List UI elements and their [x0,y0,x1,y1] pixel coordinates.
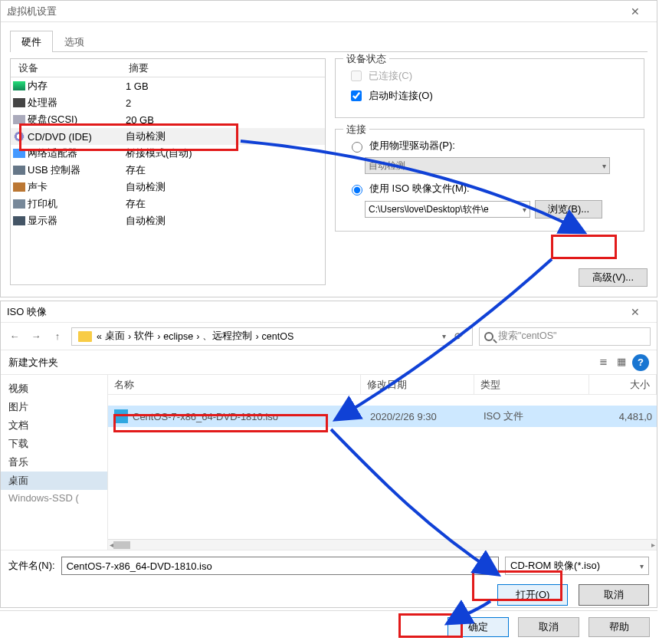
help-icon[interactable]: ? [632,354,649,371]
breadcrumb-sep: › [128,331,131,342]
iso-path-value: C:\Users\love\Desktop\软件\e [369,203,489,216]
nav-pictures[interactable]: 图片 [1,398,107,416]
display-icon [13,216,25,225]
nav-pane[interactable]: 视频 图片 文档 下载 音乐 桌面 Windows-SSD ( [1,375,108,550]
breadcrumb-bar[interactable]: « 桌面 › 软件 › eclipse › 、远程控制 › centOS ▾ ⟳ [71,327,473,346]
device-summary: 20 GB [126,114,325,126]
filename-value: CentOS-7-x86_64-DVD-1810.iso [67,560,212,572]
view-list-icon[interactable]: ≣ [595,354,611,370]
device-name: 处理器 [28,96,126,110]
col-date-header[interactable]: 修改日期 [361,375,474,394]
group-device-status: 设备状态 已连接(C) 启动时连接(O) [335,58,644,118]
refresh-icon[interactable]: ⟳ [451,329,466,344]
network-icon [13,149,25,158]
device-row[interactable]: USB 控制器存在 [11,162,325,179]
device-name: 网络适配器 [28,146,126,160]
close-icon[interactable]: ✕ [620,306,651,318]
connected-checkbox[interactable] [351,71,362,81]
radio-physical-drive[interactable]: 使用物理驱动器(P): [348,139,636,153]
nav-back-icon[interactable]: ← [7,329,22,344]
nav-ssd[interactable]: Windows-SSD ( [1,490,107,506]
breadcrumb-desktop[interactable]: 桌面 [105,330,125,343]
chevron-down-icon[interactable]: ▾ [490,562,493,570]
close-icon[interactable]: ✕ [620,5,651,18]
breadcrumb-remote[interactable]: 、远程控制 [202,330,252,343]
chevron-down-icon: ▾ [523,205,526,214]
chevron-down-icon[interactable]: ▾ [442,332,446,340]
vm-titlebar: 虚拟机设置 ✕ [1,1,657,22]
nav-music[interactable]: 音乐 [1,453,107,472]
open-button[interactable]: 打开(O) [497,584,568,606]
device-row[interactable]: 声卡自动检测 [11,179,325,196]
cancel-button[interactable]: 取消 [579,584,649,606]
advanced-button[interactable]: 高级(V)... [579,268,648,287]
device-name: CD/DVD (IDE) [28,131,126,143]
cancel-button[interactable]: 取消 [518,617,579,637]
device-table[interactable]: 设备 摘要 内存1 GB 处理器2 硬盘(SCSI)20 GB CD/DVD (… [10,58,326,285]
col-size-header[interactable]: 大小 [589,375,657,394]
device-summary: 2 [126,97,325,109]
vm-title-text: 虚拟机设置 [7,5,57,18]
filename-input[interactable]: CentOS-7-x86_64-DVD-1810.iso▾ [61,557,499,575]
breadcrumb-sep: › [255,331,258,342]
nav-up-icon[interactable]: ↑ [50,329,65,344]
iso-radio[interactable] [352,185,362,196]
breadcrumb-software[interactable]: 软件 [134,330,154,343]
scrollbar-thumb[interactable] [113,541,130,549]
breadcrumb-sep: › [196,331,199,342]
nav-documents[interactable]: 文档 [1,416,107,435]
nav-downloads[interactable]: 下载 [1,435,107,453]
file-filter-dropdown[interactable]: CD-ROM 映像(*.iso)▾ [505,557,649,575]
nav-videos[interactable]: 视频 [1,380,107,398]
col-summary-header: 摘要 [126,59,325,77]
col-device-header: 设备 [11,59,126,77]
help-button[interactable]: 帮助 [589,617,650,637]
checkbox-connect-poweron[interactable]: 启动时连接(O) [348,88,636,104]
nav-forward-icon[interactable]: → [28,329,44,344]
chevron-down-icon[interactable]: ▾ [640,562,644,570]
device-row-cddvd[interactable]: CD/DVD (IDE)自动检测 [11,128,325,145]
device-row[interactable]: 网络适配器桥接模式(自动) [11,145,325,162]
filter-value: CD-ROM 映像(*.iso) [510,559,600,573]
physical-drive-dropdown[interactable]: 自动检测▾ [365,157,610,174]
device-row[interactable]: 内存1 GB [11,77,325,94]
vm-settings-window: 虚拟机设置 ✕ 硬件 选项 设备 摘要 内存1 GB 处理器2 硬盘(SCSI)… [0,0,657,297]
file-size: 4,481,0 [598,411,657,422]
group-connection: 连接 使用物理驱动器(P): 自动检测▾ 使用 ISO 映像文件(M): C:\… [335,129,644,232]
poweron-checkbox[interactable] [351,90,362,101]
file-open-dialog: ISO 映像 ✕ ← → ↑ « 桌面 › 软件 › eclipse › 、远程… [0,301,657,608]
nav-desktop[interactable]: 桌面 [1,472,107,490]
browse-button[interactable]: 浏览(B)... [535,200,602,219]
device-name: 显示器 [28,214,126,228]
vm-tabs: 硬件 选项 [10,30,648,52]
breadcrumb-centos[interactable]: centOS [262,331,294,342]
view-details-icon[interactable]: ▦ [614,354,629,370]
disk-icon [13,115,25,124]
file-list[interactable]: 名称 修改日期 类型 大小 CentOS-7-x86_64-DVD-1810.i… [108,375,657,550]
tab-hardware[interactable]: 硬件 [10,31,53,52]
device-summary: 存在 [126,163,325,177]
device-summary: 自动检测 [126,180,325,194]
col-type-header[interactable]: 类型 [474,375,589,394]
physical-radio[interactable] [352,142,362,153]
device-row[interactable]: 打印机存在 [11,196,325,212]
ok-button[interactable]: 确定 [448,617,509,637]
checkbox-connected[interactable]: 已连接(C) [348,68,636,84]
device-summary: 自动检测 [126,130,325,143]
group-status-label: 设备状态 [343,52,389,66]
horizontal-scrollbar[interactable]: ◂ ▸ [108,539,657,550]
file-row-centos-iso[interactable]: CentOS-7-x86_64-DVD-1810.iso 2020/2/26 9… [108,406,657,427]
device-row[interactable]: 硬盘(SCSI)20 GB [11,111,325,128]
device-row[interactable]: 显示器自动检测 [11,212,325,229]
search-input[interactable]: 搜索"centOS" [479,327,651,346]
printer-icon [13,199,25,209]
device-row[interactable]: 处理器2 [11,94,325,111]
iso-path-input[interactable]: C:\Users\love\Desktop\软件\e▾ [365,201,530,218]
breadcrumb-eclipse[interactable]: eclipse [163,331,193,342]
open-title: ISO 映像 [7,305,615,319]
radio-use-iso[interactable]: 使用 ISO 映像文件(M): [348,182,636,196]
new-folder-button[interactable]: 新建文件夹 [8,356,58,370]
tab-options[interactable]: 选项 [53,31,96,52]
memory-icon [13,81,25,90]
col-name-header[interactable]: 名称 [108,375,361,394]
